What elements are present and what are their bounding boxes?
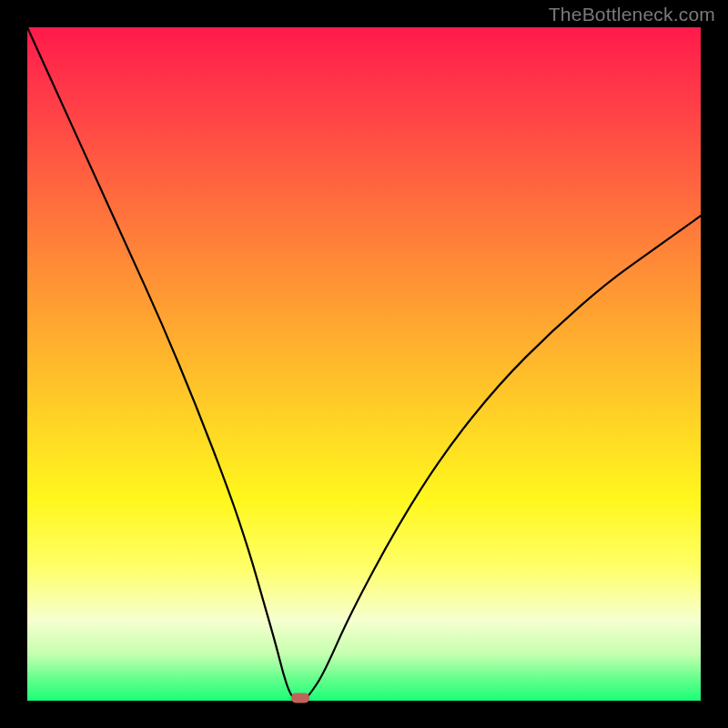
min-marker (291, 693, 309, 703)
plot-area (27, 27, 701, 701)
curve-path (27, 27, 701, 701)
chart-frame: TheBottleneck.com (0, 0, 728, 728)
bottleneck-curve (27, 27, 701, 701)
watermark-text: TheBottleneck.com (549, 4, 715, 25)
